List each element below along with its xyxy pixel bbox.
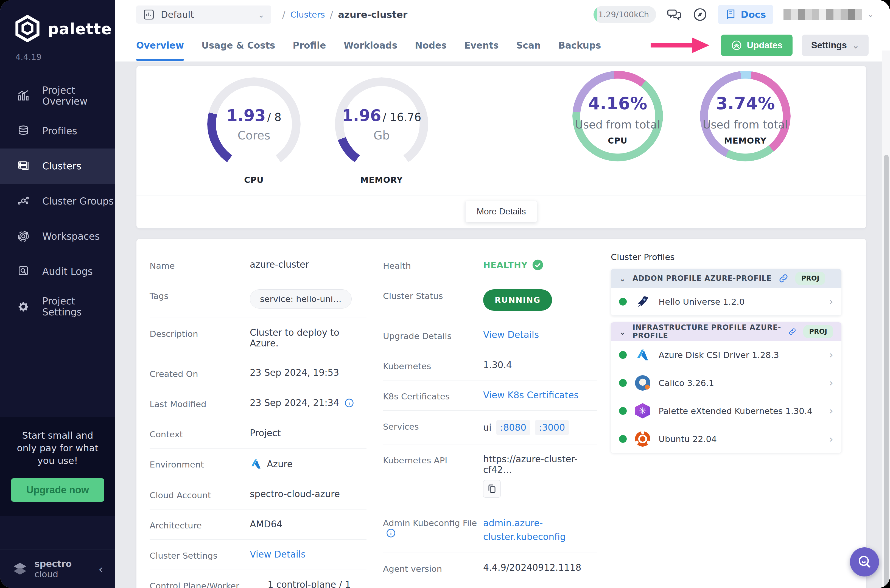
copy-icon [487, 484, 497, 494]
sidebar-item-label: Audit Logs [42, 266, 93, 277]
annotation-arrow [648, 34, 711, 56]
health-status: HEALTHY [483, 259, 543, 271]
more-details-button[interactable]: More Details [465, 201, 537, 222]
top-bar: Default ⌄ / Clusters / azure-cluster 1.2… [115, 0, 890, 29]
profile-section-name: INFRASTRUCTURE PROFILE AZURE-PROFILE [632, 323, 782, 340]
addon-profile-header[interactable]: ⌄ ADDON PROFILE AZURE-PROFILE PROJ [611, 269, 841, 288]
tab-usage-costs[interactable]: Usage & Costs [201, 30, 275, 61]
memory-total-value: / 16.76 [383, 111, 422, 123]
azure-icon [250, 458, 262, 470]
sidebar: palette 4.4.19 Project Overview Profiles… [0, 0, 115, 588]
vertical-scrollbar[interactable] [882, 51, 890, 588]
kubeconfig-download-link[interactable]: admin.azure-cluster.kubeconfig [483, 516, 574, 543]
memory-gauge: 1.96 / 16.76 Gb [335, 77, 428, 171]
breadcrumb-clusters-link[interactable]: Clusters [290, 10, 325, 20]
profile-row-azure-disk-csi[interactable]: Azure Disk CSI Driver 1.28.3 › [611, 341, 841, 369]
chevron-down-icon: ⌄ [867, 10, 873, 19]
profile-row-pxk[interactable]: ✳ Palette eXtended Kubernetes 1.30.4 › [611, 397, 841, 425]
sidebar-item-workspaces[interactable]: Workspaces [0, 219, 115, 254]
topbar-right: 1.29/100kCh Docs ⌄ [593, 5, 890, 24]
tab-scan[interactable]: Scan [516, 30, 541, 61]
cpu-gauge: 1.93 / 8 Cores [207, 77, 300, 171]
service-port-3000-link[interactable]: :3000 [535, 420, 569, 435]
tab-nodes[interactable]: Nodes [415, 30, 447, 61]
details-card: Nameazure-cluster Tagsservice: hello-uni… [137, 239, 866, 588]
gear-icon [17, 300, 30, 313]
tab-overview[interactable]: Overview [136, 30, 184, 61]
profile-row-calico[interactable]: Calico 3.26.1 › [611, 369, 841, 397]
cluster-profiles-panel: Cluster Profiles ⌄ ADDON PROFILE AZURE-P… [611, 252, 841, 453]
profile-row-hello-universe[interactable]: Hello Universe 1.2.0 › [611, 288, 841, 316]
upgrade-now-button[interactable]: Upgrade now [11, 478, 104, 502]
tab-profile[interactable]: Profile [293, 30, 326, 61]
sidebar-item-cluster-groups[interactable]: Cluster Groups [0, 184, 115, 219]
tab-events[interactable]: Events [464, 30, 498, 61]
metrics-card: 1.93 / 8 Cores CPU 1.96 / 16.76 Gb MEMOR… [137, 66, 866, 228]
cpu-gauge-label: CPU [207, 175, 300, 185]
sidebar-item-profiles[interactable]: Profiles [0, 113, 115, 148]
brand-name: palette [48, 20, 112, 38]
memory-usage-percent: 3.74% [716, 93, 775, 113]
tab-backups[interactable]: Backups [558, 30, 601, 61]
settings-button[interactable]: Settings ⌄ [802, 34, 869, 56]
tab-actions: Updates Settings ⌄ [648, 34, 890, 56]
book-icon [725, 9, 736, 20]
cluster-settings-view-details-link[interactable]: View Details [250, 549, 306, 560]
memory-gauge-label: MEMORY [335, 175, 428, 185]
palette-logo-icon [14, 15, 41, 42]
palette-app: palette 4.4.19 Project Overview Profiles… [0, 0, 890, 588]
updates-button[interactable]: Updates [721, 34, 792, 56]
profile-item-name: Hello Universe 1.2.0 [659, 297, 745, 307]
usage-credits-pill[interactable]: 1.29/100kCh [593, 6, 656, 23]
sidebar-item-project-overview[interactable]: Project Overview [0, 78, 115, 113]
view-k8s-certificates-link[interactable]: View K8s Certificates [483, 390, 579, 400]
tab-workloads[interactable]: Workloads [344, 30, 398, 61]
project-selector-value: Default [161, 9, 252, 20]
service-port-8080-link[interactable]: :8080 [496, 420, 530, 435]
breadcrumb-separator: / [282, 9, 285, 20]
project-selector[interactable]: Default ⌄ [136, 6, 271, 24]
tag-pill[interactable]: service: hello-uni… [250, 290, 352, 309]
sidebar-footer: spectro cloud ‹ [0, 550, 115, 588]
layers-icon [17, 124, 30, 137]
detail-row-context: ContextProject [150, 418, 366, 448]
info-icon[interactable] [386, 528, 396, 538]
search-assistant-fab[interactable] [850, 548, 879, 576]
detail-row-cluster-status: Cluster StatusRUNNING [383, 280, 597, 320]
infrastructure-profile-header[interactable]: ⌄ INFRASTRUCTURE PROFILE AZURE-PROFILE P… [611, 322, 841, 341]
detail-row-nodes: Control Plane/Worker Nodes1 control-plan… [150, 570, 366, 588]
copy-api-url-button[interactable] [483, 480, 501, 498]
status-dot-green [619, 435, 627, 443]
info-icon[interactable] [344, 398, 354, 408]
profile-section-name: ADDON PROFILE AZURE-PROFILE [632, 274, 772, 282]
chat-messages-icon[interactable] [666, 7, 682, 22]
sidebar-item-clusters[interactable]: Clusters [0, 148, 115, 184]
user-menu[interactable]: ⌄ [783, 9, 873, 20]
memory-usage-caption: Used from total [703, 118, 788, 131]
link-icon [788, 326, 797, 337]
profile-item-name: Calico 3.26.1 [659, 378, 714, 388]
detail-row-k8s-certificates: K8s CertificatesView K8s Certificates [383, 381, 597, 411]
sidebar-item-project-settings[interactable]: Project Settings [0, 289, 115, 324]
chevron-down-icon: ⌄ [852, 40, 859, 50]
detail-row-kubernetes: Kubernetes1.30.4 [383, 350, 597, 381]
sidebar-nav: Project Overview Profiles Clusters Clust… [0, 78, 115, 324]
cpu-usage-caption: Used from total [575, 118, 660, 131]
upgrade-view-details-link[interactable]: View Details [483, 329, 539, 340]
sidebar-item-label: Workspaces [42, 231, 100, 242]
detail-row-kubernetes-api: Kubernetes APIhttps://azure-cluster-cf42… [383, 444, 597, 507]
sidebar-item-label: Project Settings [42, 296, 115, 318]
profile-row-ubuntu[interactable]: Ubuntu 22.04 › [611, 425, 841, 453]
chevron-right-icon: › [829, 405, 833, 416]
detail-row-description: DescriptionCluster to deploy to Azure. [150, 318, 366, 358]
sidebar-item-audit-logs[interactable]: Audit Logs [0, 254, 115, 289]
chevron-right-icon: › [829, 434, 833, 445]
compass-icon[interactable] [692, 7, 708, 22]
breadcrumb-separator: / [330, 9, 333, 20]
rocket-icon [635, 294, 650, 309]
orbit-icon [17, 230, 30, 243]
docs-button[interactable]: Docs [718, 5, 773, 24]
scrollbar-thumb[interactable] [884, 155, 888, 588]
cluster-tab-bar: Overview Usage & Costs Profile Workloads… [115, 29, 890, 62]
sidebar-collapse-button[interactable]: ‹ [98, 562, 103, 576]
